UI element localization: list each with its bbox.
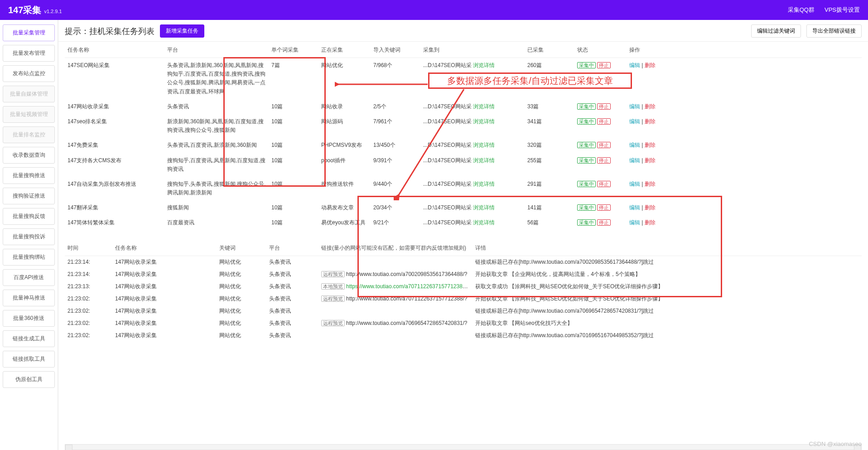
- sidebar-item-8[interactable]: 搜狗验证推送: [3, 188, 55, 204]
- main-panel: 提示：挂机采集任务列表 新增采集任务 编辑过滤关键词 导出全部错误链接 任务名称…: [58, 20, 868, 450]
- table-row: 147免费采集头条资讯,百度资讯,新浪新闻,360新闻10篇PHPCMSV9发布…: [65, 138, 862, 153]
- browse-detail-link[interactable]: 浏览详情: [473, 142, 495, 148]
- sidebar-item-12[interactable]: 百度API推送: [3, 269, 55, 286]
- stop-button[interactable]: 停止: [597, 62, 611, 68]
- export-errors-button[interactable]: 导出全部错误链接: [806, 24, 862, 38]
- edit-link[interactable]: 编辑: [629, 181, 640, 187]
- sidebar-item-11[interactable]: 批量搜狗绑站: [3, 249, 55, 266]
- log-detail: 链接或标题已存在[http://www.toutiao.com/a7016965…: [473, 329, 862, 342]
- sidebar: 批量采集管理批量发布管理发布站点监控批量自媒体管理批量短视频管理批量排名监控收录…: [0, 20, 58, 450]
- log-row: 21:23:14:147网站收录采集网站优化头条资讯链接或标题已存在[http:…: [65, 256, 862, 268]
- edit-link[interactable]: 编辑: [629, 103, 640, 110]
- browse-detail-link[interactable]: 浏览详情: [473, 181, 495, 187]
- sidebar-item-6[interactable]: 收录数据查询: [3, 147, 55, 164]
- delete-link[interactable]: 删除: [645, 118, 656, 125]
- preview-badge[interactable]: 远程预览: [321, 320, 345, 326]
- preview-badge[interactable]: 远程预览: [321, 295, 345, 302]
- table-row: 147自动采集为原创发布推送搜狗知乎,头条资讯,搜狐新闻,搜狗公众号,腾讯新闻,…: [65, 177, 862, 200]
- tasks-header-cell: 采集到: [420, 42, 525, 58]
- tasks-header-cell: 任务名称: [65, 42, 164, 58]
- edit-link[interactable]: 编辑: [629, 118, 640, 125]
- watermark: CSDN @xiaomaseo: [809, 440, 862, 447]
- table-row: 147seo排名采集新浪新闻,360新闻,凤凰新闻,百度知道,搜狗资讯,搜狗公众…: [65, 114, 862, 138]
- preview-badge[interactable]: 本地预览: [321, 283, 345, 290]
- top-link-qq[interactable]: 采集QQ群: [788, 6, 815, 14]
- stop-button[interactable]: 停止: [597, 204, 611, 211]
- toolbar-hint: 提示：挂机采集任务列表: [65, 26, 154, 37]
- delete-link[interactable]: 删除: [645, 181, 656, 187]
- toolbar: 提示：挂机采集任务列表 新增采集任务 编辑过滤关键词 导出全部错误链接: [58, 20, 868, 42]
- log-row: 21:23:13:147网站收录采集网站优化头条资讯本地预览https://ww…: [65, 281, 862, 293]
- sidebar-item-13[interactable]: 批量神马推送: [3, 290, 55, 306]
- brand-version: v1.2.9.1: [44, 9, 62, 14]
- status-badge: 采集中: [577, 142, 596, 148]
- log-detail: 开始获取文章 【涂网科技_网站SEO优化如何做_关于SEO优化详细操作步骤】: [473, 293, 862, 305]
- log-detail: 链接或标题已存在[http://www.toutiao.com/a7002098…: [473, 256, 862, 268]
- browse-detail-link[interactable]: 浏览详情: [473, 219, 495, 226]
- table-row: 147SEO网站采集头条资讯,新浪新闻,360新闻,凤凰新闻,搜狗知乎,百度资讯…: [65, 58, 862, 99]
- browse-detail-link[interactable]: 浏览详情: [473, 204, 495, 211]
- sidebar-item-10[interactable]: 批量搜狗投诉: [3, 228, 55, 245]
- tasks-header-cell: 平台: [164, 42, 269, 58]
- edit-link[interactable]: 编辑: [629, 157, 640, 164]
- edit-link[interactable]: 编辑: [629, 204, 640, 211]
- sidebar-item-14[interactable]: 批量360推送: [3, 310, 55, 327]
- status-badge: 采集中: [577, 157, 596, 164]
- log-url[interactable]: http://www.toutiao.com/a7069654728657420…: [346, 320, 468, 326]
- sidebar-item-1[interactable]: 批量发布管理: [3, 45, 55, 62]
- new-task-button[interactable]: 新增采集任务: [160, 24, 204, 38]
- edit-link[interactable]: 编辑: [629, 62, 640, 68]
- delete-link[interactable]: 删除: [645, 157, 656, 164]
- delete-link[interactable]: 删除: [645, 204, 656, 211]
- log-url[interactable]: http://www.toutiao.com/a7002098535617364…: [346, 271, 468, 277]
- browse-detail-link[interactable]: 浏览详情: [473, 157, 495, 164]
- tasks-header-cell: 正在采集: [318, 42, 371, 58]
- sidebar-item-0[interactable]: 批量采集管理: [3, 24, 55, 41]
- log-detail: 开始获取文章 【企业网站优化，提高网站流量，4个标准，5个策略】: [473, 268, 862, 281]
- browse-detail-link[interactable]: 浏览详情: [473, 118, 495, 125]
- sidebar-item-3: 批量自媒体管理: [3, 86, 55, 102]
- edit-link[interactable]: 编辑: [629, 219, 640, 226]
- sidebar-item-9[interactable]: 批量搜狗反馈: [3, 208, 55, 225]
- edit-link[interactable]: 编辑: [629, 142, 640, 148]
- stop-button[interactable]: 停止: [597, 118, 611, 125]
- tasks-header-cell: 已采集: [525, 42, 574, 58]
- sidebar-item-15[interactable]: 链接生成工具: [3, 330, 55, 347]
- tasks-header-cell: 状态: [574, 42, 627, 58]
- stop-button[interactable]: 停止: [597, 142, 611, 148]
- sidebar-item-2[interactable]: 发布站点监控: [3, 65, 55, 82]
- browse-detail-link[interactable]: 浏览详情: [473, 103, 495, 110]
- delete-link[interactable]: 删除: [645, 62, 656, 68]
- status-badge: 采集中: [577, 118, 596, 125]
- stop-button[interactable]: 停止: [597, 181, 611, 187]
- browse-detail-link[interactable]: 浏览详情: [473, 62, 495, 68]
- edit-filter-button[interactable]: 编辑过滤关键词: [751, 24, 801, 38]
- log-detail: 链接或标题已存在[http://www.toutiao.com/a7069654…: [473, 305, 862, 317]
- table-row: 147网站收录采集头条资讯10篇网站收录2/5个...D:\147SEO网站采 …: [65, 99, 862, 114]
- horizontal-scrollbar[interactable]: [65, 444, 862, 450]
- status-badge: 采集中: [577, 103, 596, 110]
- logs-header-cell: 关键词: [217, 240, 266, 256]
- table-row: 147翻译采集搜狐新闻10篇动易发布文章20/34个...D:\147SEO网站…: [65, 200, 862, 215]
- delete-link[interactable]: 删除: [645, 219, 656, 226]
- stop-button[interactable]: 停止: [597, 219, 611, 226]
- sidebar-item-17[interactable]: 伪原创工具: [3, 371, 55, 388]
- brand-name: 147采集: [8, 4, 41, 16]
- top-link-vps[interactable]: VPS拨号设置: [825, 6, 860, 14]
- status-badge: 采集中: [577, 181, 596, 187]
- sidebar-item-7[interactable]: 批量搜狗推送: [3, 167, 55, 184]
- tasks-table: 任务名称平台单个词采集正在采集导入关键词采集到已采集状态操作 147SEO网站采…: [65, 42, 862, 231]
- log-row: 21:23:02:147网站收录采集网站优化头条资讯远程预览http://www…: [65, 293, 862, 305]
- logs-header-cell: 平台: [266, 240, 318, 256]
- preview-badge[interactable]: 远程预览: [321, 271, 345, 277]
- log-url[interactable]: https://www.toutiao.com/a707112263715771…: [346, 283, 470, 290]
- delete-link[interactable]: 删除: [645, 103, 656, 110]
- log-detail: 开始获取文章 【网站seo优化技巧大全】: [473, 317, 862, 329]
- log-url[interactable]: http://www.toutiao.com/a7071122637157712…: [346, 295, 468, 302]
- stop-button[interactable]: 停止: [597, 103, 611, 110]
- delete-link[interactable]: 删除: [645, 142, 656, 148]
- tasks-header-cell: 操作: [627, 42, 862, 58]
- log-row: 21:23:14:147网站收录采集网站优化头条资讯远程预览http://www…: [65, 268, 862, 281]
- sidebar-item-16[interactable]: 链接抓取工具: [3, 351, 55, 368]
- stop-button[interactable]: 停止: [597, 157, 611, 164]
